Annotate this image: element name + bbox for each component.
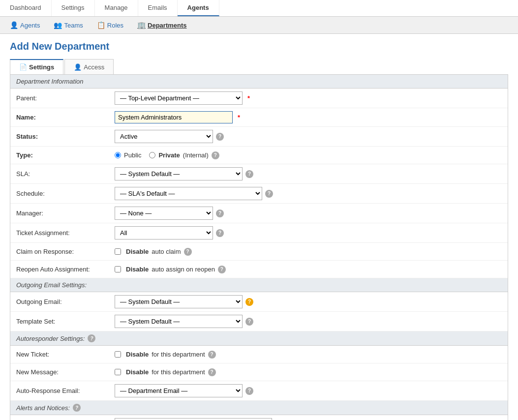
parent-select[interactable]: — Top-Level Department — — [115, 91, 243, 105]
section-outgoing: Outgoing Email Settings: — [10, 278, 508, 292]
sub-nav: 👤 Agents 👥 Teams 📋 Roles 🏢 Departments — [0, 17, 518, 34]
sla-info-icon[interactable]: ? — [245, 170, 253, 178]
parent-control: — Top-Level Department — * — [115, 91, 502, 105]
section-autoresponder: Autoresponder Settings: ? — [10, 331, 508, 346]
type-label: Type: — [16, 151, 115, 159]
new-ticket-info-icon[interactable]: ? — [208, 351, 216, 359]
template-select[interactable]: — System Default — — [115, 315, 243, 328]
row-parent: Parent: — Top-Level Department — * — [10, 89, 508, 108]
settings-tab-icon: 📄 — [19, 63, 27, 71]
nav-dashboard[interactable]: Dashboard — [0, 0, 52, 16]
nav-manage[interactable]: Manage — [95, 0, 138, 16]
access-tab-icon: 👤 — [74, 63, 82, 71]
alerts-info-icon[interactable]: ? — [73, 404, 81, 412]
manager-info-icon[interactable]: ? — [216, 210, 224, 217]
manager-label: Manager: — [16, 210, 115, 217]
row-new-ticket: New Ticket: Disable for this department … — [10, 346, 508, 363]
nav-settings[interactable]: Settings — [52, 0, 95, 16]
new-message-checkbox[interactable] — [115, 369, 121, 375]
reopen-control: Disable auto assign on reopen ? — [115, 266, 502, 273]
tab-bar: 📄 Settings 👤 Access — [10, 59, 508, 75]
row-sla: SLA: — System Default — ? — [10, 164, 508, 184]
recipients-control: Department and extended access members D… — [115, 418, 502, 420]
nav-emails[interactable]: Emails — [138, 0, 178, 16]
nav-agents[interactable]: Agents — [178, 0, 219, 16]
row-type: Type: Public Private (Internal) ? — [10, 147, 508, 164]
parent-label: Parent: — [16, 94, 115, 102]
claim-label: Claim on Response: — [16, 248, 115, 255]
reopen-label: Reopen Auto Assignment: — [16, 266, 115, 273]
schedule-info-icon[interactable]: ? — [265, 190, 273, 198]
row-manager: Manager: — None — ? — [10, 204, 508, 223]
type-private-label[interactable]: Private (Internal) — [149, 151, 208, 159]
claim-control: Disable auto claim ? — [115, 248, 502, 256]
status-info-icon[interactable]: ? — [216, 133, 224, 141]
recipients-select[interactable]: Department and extended access members D… — [115, 418, 272, 420]
row-status: Status: Active ? — [10, 127, 508, 147]
roles-icon: 📋 — [97, 21, 105, 29]
sla-select[interactable]: — System Default — — [115, 167, 243, 180]
subnav-teams[interactable]: 👥 Teams — [48, 19, 89, 31]
name-label: Name: — [16, 114, 115, 121]
template-info-icon[interactable]: ? — [245, 318, 253, 326]
new-message-label: New Message: — [16, 368, 115, 376]
new-message-info-icon[interactable]: ? — [208, 368, 216, 376]
form-area: Department Information Parent: — Top-Lev… — [10, 75, 508, 420]
subnav-departments[interactable]: 🏢 Departments — [131, 19, 192, 31]
row-auto-response: Auto-Response Email: — Department Email … — [10, 381, 508, 401]
type-public-radio[interactable] — [115, 152, 121, 158]
row-name: Name: * — [10, 108, 508, 127]
auto-response-info-icon[interactable]: ? — [245, 387, 253, 395]
ticket-assignment-select[interactable]: All — [115, 226, 213, 240]
new-ticket-label: New Ticket: — [16, 351, 115, 358]
ticket-assignment-info-icon[interactable]: ? — [216, 229, 224, 237]
template-control: — System Default — ? — [115, 315, 502, 328]
row-reopen: Reopen Auto Assignment: Disable auto ass… — [10, 261, 508, 278]
row-template: Template Set: — System Default — ? — [10, 312, 508, 331]
tab-access[interactable]: 👤 Access — [64, 59, 114, 74]
schedule-label: Schedule: — [16, 190, 115, 197]
name-input[interactable] — [115, 111, 233, 123]
top-nav: Dashboard Settings Manage Emails Agents — [0, 0, 518, 17]
subnav-agents[interactable]: 👤 Agents — [4, 19, 46, 31]
tab-settings[interactable]: 📄 Settings — [10, 59, 63, 74]
reopen-info-icon[interactable]: ? — [218, 266, 226, 273]
outgoing-email-select[interactable]: — System Default — — [115, 295, 243, 308]
outgoing-email-label: Outgoing Email: — [16, 298, 115, 305]
outgoing-email-control: — System Default — ? — [115, 295, 502, 308]
type-info-icon[interactable]: ? — [212, 151, 219, 159]
ticket-assignment-label: Ticket Assignment: — [16, 229, 115, 237]
outgoing-email-info-icon[interactable]: ? — [245, 298, 253, 306]
auto-response-select[interactable]: — Department Email — — [115, 384, 243, 397]
auto-response-control: — Department Email — ? — [115, 384, 502, 397]
new-ticket-checkbox[interactable] — [115, 351, 121, 358]
parent-required: * — [247, 94, 250, 102]
subnav-roles[interactable]: 📋 Roles — [91, 19, 129, 31]
row-recipients: Recipients: Department and extended acce… — [10, 415, 508, 420]
schedule-control: — SLA's Default — ? — [115, 187, 502, 200]
autoresponder-info-icon[interactable]: ? — [88, 334, 95, 342]
type-control: Public Private (Internal) ? — [115, 151, 502, 159]
manager-select[interactable]: — None — — [115, 207, 213, 220]
schedule-select[interactable]: — SLA's Default — — [115, 187, 262, 200]
template-label: Template Set: — [16, 318, 115, 325]
status-label: Status: — [16, 133, 115, 140]
type-public-label[interactable]: Public — [115, 151, 141, 159]
sla-label: SLA: — [16, 170, 115, 178]
new-message-control: Disable for this department ? — [115, 368, 502, 376]
agent-icon: 👤 — [10, 21, 18, 29]
page-container: Add New Department 📄 Settings 👤 Access D… — [0, 34, 518, 420]
row-ticket-assignment: Ticket Assignment: All ? — [10, 223, 508, 243]
type-private-radio[interactable] — [149, 152, 155, 158]
reopen-checkbox[interactable] — [115, 266, 121, 272]
section-department-info: Department Information — [10, 75, 508, 89]
sla-control: — System Default — ? — [115, 167, 502, 180]
claim-info-icon[interactable]: ? — [184, 248, 192, 256]
row-outgoing-email: Outgoing Email: — System Default — ? — [10, 292, 508, 312]
name-required: * — [238, 114, 240, 121]
teams-icon: 👥 — [54, 21, 62, 29]
status-select[interactable]: Active — [115, 130, 213, 143]
section-alerts: Alerts and Notices: ? — [10, 401, 508, 415]
claim-checkbox[interactable] — [115, 248, 121, 255]
row-new-message: New Message: Disable for this department… — [10, 363, 508, 381]
